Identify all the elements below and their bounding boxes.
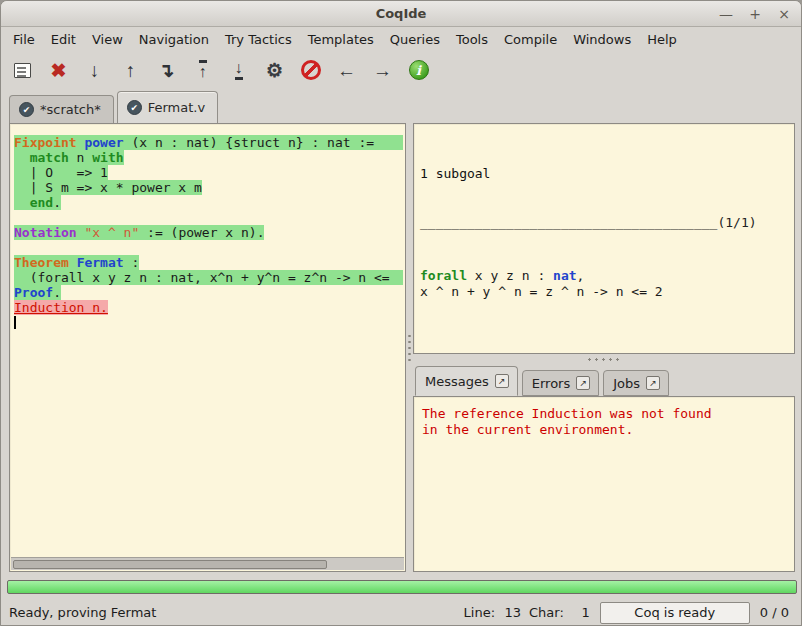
code-line[interactable]: Notation "x ^ n" := (power x n). [14, 225, 403, 240]
menu-bar: FileEditViewNavigationTry TacticsTemplat… [1, 27, 801, 51]
title-bar[interactable]: CoqIde —+× [1, 1, 801, 27]
status-text: Ready, proving Fermat [9, 605, 156, 620]
close-buffer-icon: ✖ [51, 61, 67, 80]
text-cursor [14, 316, 16, 329]
code-line[interactable]: Proof. [14, 285, 403, 300]
goals-panel[interactable]: 1 subgoal ______________________________… [413, 123, 795, 354]
horizontal-scrollbar[interactable] [11, 557, 404, 570]
code-segment [14, 150, 30, 165]
interrupt-icon [301, 60, 321, 80]
code-segment: x y z n : [467, 268, 553, 283]
tab-jobs[interactable]: Jobs↗ [603, 370, 669, 396]
step-forward-button[interactable]: ↓ [79, 55, 110, 85]
code-line[interactable]: end. [14, 195, 403, 210]
messages-content[interactable]: The reference Induction was not foundin … [413, 396, 795, 572]
code-segment: (forall x y z n : nat, x^n + y^n = z^n -… [14, 270, 390, 285]
code-line[interactable]: Induction n. [14, 300, 403, 315]
tab-fermat-v[interactable]: ✔Fermat.v [117, 91, 218, 123]
line-label: Line: [464, 605, 495, 620]
save-button[interactable] [7, 55, 38, 85]
menu-item-navigation[interactable]: Navigation [131, 29, 217, 50]
code-line-text: Theorem Fermat : [14, 255, 139, 270]
menu-item-help[interactable]: Help [639, 29, 685, 50]
script-editor-pane[interactable]: Fixpoint power (x n : nat) {struct n} : … [9, 123, 406, 572]
code-segment: Fixpoint [14, 135, 77, 150]
coqide-window: CoqIde —+× FileEditViewNavigationTry Tac… [0, 0, 802, 626]
window-maximize-button[interactable]: + [748, 6, 762, 22]
next-button[interactable]: → [367, 55, 398, 85]
code-segment: : [124, 255, 140, 270]
code-line-text [14, 315, 16, 330]
message-line: in the current environment. [422, 422, 786, 438]
about-button[interactable]: i [403, 55, 434, 85]
close-buffer-button[interactable]: ✖ [43, 55, 74, 85]
code-line-text: Proof. [14, 285, 61, 300]
tab-messages[interactable]: Messages↗ [415, 366, 518, 396]
tab-strip: ✔*scratch*✔Fermat.v [1, 89, 801, 123]
code-area[interactable]: Fixpoint power (x n : nat) {struct n} : … [12, 126, 403, 555]
detach-icon[interactable]: ↗ [646, 376, 660, 390]
code-line[interactable]: Theorem Fermat : [14, 255, 403, 270]
coq-status: Coq is ready [600, 602, 750, 624]
detach-icon[interactable]: ↗ [495, 374, 509, 388]
tab-errors[interactable]: Errors↗ [522, 370, 599, 396]
code-segment: Notation [14, 225, 77, 240]
goal-line: forall x y z n : nat, [420, 268, 788, 284]
menu-item-try-tactics[interactable]: Try Tactics [217, 29, 300, 50]
code-segment: end [30, 195, 53, 210]
about-icon: i [409, 60, 429, 80]
interrupt-button[interactable] [295, 55, 326, 85]
code-line[interactable] [14, 240, 403, 255]
tab-label: Fermat.v [148, 100, 205, 115]
code-segment: "x ^ n" [84, 225, 139, 240]
code-line[interactable]: | S m => x * power x m [14, 180, 403, 195]
menu-item-queries[interactable]: Queries [382, 29, 448, 50]
menu-item-edit[interactable]: Edit [43, 29, 84, 50]
goal-separator: ______________________________________(1… [420, 215, 788, 231]
code-segment [69, 255, 77, 270]
code-segment [14, 195, 30, 210]
code-segment: | S m => x * power x m [14, 180, 202, 195]
go-to-start-button[interactable]: ↑ [187, 55, 218, 85]
step-backward-button[interactable]: ↑ [115, 55, 146, 85]
code-line-text: Notation "x ^ n" := (power x n). [14, 225, 264, 240]
code-line-text: | S m => x * power x m [14, 180, 202, 195]
code-line[interactable]: Fixpoint power (x n : nat) {struct n} : … [14, 135, 403, 150]
go-to-cursor-button[interactable]: ↴ [151, 55, 182, 85]
next-icon: → [373, 61, 392, 80]
code-line[interactable] [14, 210, 403, 225]
check-circle-icon: ✔ [19, 102, 34, 117]
go-to-end-button[interactable]: ↓ [223, 55, 254, 85]
char-value: 1 [568, 605, 590, 620]
horizontal-splitter[interactable] [413, 354, 795, 365]
detach-icon[interactable]: ↗ [576, 376, 590, 390]
window-minimize-button[interactable]: — [719, 6, 733, 22]
code-line[interactable]: match n with [14, 150, 403, 165]
splitter-grip-icon [408, 333, 411, 363]
menu-item-templates[interactable]: Templates [300, 29, 382, 50]
menu-item-file[interactable]: File [5, 29, 43, 50]
menu-item-view[interactable]: View [84, 29, 131, 50]
tab-scratch[interactable]: ✔*scratch* [9, 95, 114, 123]
fully-check-button[interactable]: ⚙ [259, 55, 290, 85]
code-segment: . [53, 195, 61, 210]
toolbar: ✖↓↑↴↑↓⚙←→i [1, 51, 801, 89]
code-segment: (x n : nat) {struct n} : nat := [124, 135, 374, 150]
code-segment: Theorem [14, 255, 69, 270]
code-segment: nat [553, 268, 576, 283]
previous-button[interactable]: ← [331, 55, 362, 85]
menu-item-windows[interactable]: Windows [565, 29, 639, 50]
code-line[interactable]: (forall x y z n : nat, x^n + y^n = z^n -… [14, 270, 403, 285]
goal-line: x ^ n + y ^ n = z ^ n -> n <= 2 [420, 284, 788, 300]
code-line-text: end. [14, 195, 61, 210]
go-to-end-icon: ↓ [235, 60, 243, 80]
menu-item-compile[interactable]: Compile [496, 29, 565, 50]
check-circle-icon: ✔ [127, 100, 142, 115]
window-close-button[interactable]: × [777, 6, 791, 22]
code-line[interactable]: | O => 1 [14, 165, 403, 180]
code-line[interactable] [14, 315, 403, 330]
splitter-grip-icon [586, 358, 622, 361]
vertical-splitter[interactable] [406, 123, 413, 572]
menu-item-tools[interactable]: Tools [448, 29, 496, 50]
scrollbar-handle[interactable] [13, 560, 327, 569]
